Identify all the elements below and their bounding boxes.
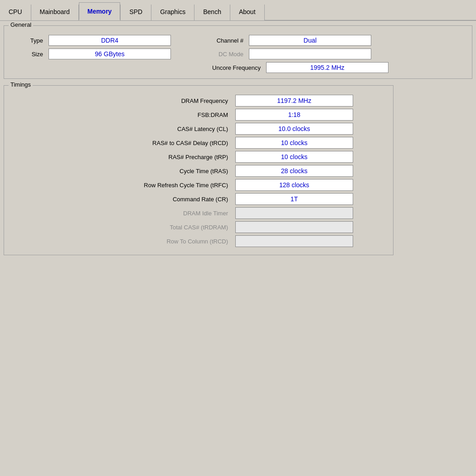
timing-value: 10 clocks: [235, 137, 353, 149]
timings-group: Timings DRAM Frequency1197.2 MHzFSB:DRAM…: [4, 85, 393, 255]
type-value: DDR4: [49, 35, 171, 46]
tab-bench[interactable]: Bench: [194, 2, 230, 20]
timing-value: 1T: [235, 193, 353, 205]
tab-bar: CPU Mainboard Memory SPD Graphics Bench …: [0, 0, 476, 21]
tab-graphics-label: Graphics: [160, 8, 185, 15]
timing-label: DRAM Frequency: [10, 97, 232, 104]
tab-memory[interactable]: Memory: [79, 2, 121, 20]
timing-row: FSB:DRAM1:18: [10, 109, 388, 121]
timing-row: Command Rate (CR)1T: [10, 193, 388, 205]
tab-about-label: About: [239, 8, 256, 15]
timing-row: Row To Column (tRCD): [10, 235, 388, 247]
timing-row: CAS# Latency (CL)10.0 clocks: [10, 123, 388, 135]
timing-label: RAS# Precharge (tRP): [10, 154, 232, 160]
timing-label: Command Rate (CR): [10, 196, 232, 203]
dc-mode-label: DC Mode: [174, 51, 246, 58]
timing-label: Row To Column (tRCD): [10, 238, 232, 245]
timing-value: 1197.2 MHz: [235, 95, 353, 107]
tab-memory-label: Memory: [87, 8, 112, 15]
content-area: General Type DDR4 Channel # Dual Size 96…: [0, 21, 476, 266]
general-group: General Type DDR4 Channel # Dual Size 96…: [4, 25, 472, 79]
timing-value: [235, 235, 353, 247]
general-title: General: [9, 21, 33, 28]
timing-value: 10.0 clocks: [235, 123, 353, 135]
timing-value: 10 clocks: [235, 151, 353, 163]
timing-value: 128 clocks: [235, 179, 353, 191]
channel-label: Channel #: [174, 37, 246, 44]
timing-label: DRAM Idle Timer: [10, 210, 232, 217]
dc-mode-value: [249, 49, 371, 59]
timing-value: 28 clocks: [235, 165, 353, 177]
timing-value: 1:18: [235, 109, 353, 121]
timing-label: Cycle Time (tRAS): [10, 168, 232, 175]
tab-graphics[interactable]: Graphics: [151, 2, 194, 20]
timing-value: [235, 221, 353, 233]
uncore-freq-label: Uncore Frequency: [173, 64, 263, 71]
size-value: 96 GBytes: [49, 49, 171, 59]
timing-label: Total CAS# (tRDRAM): [10, 224, 232, 231]
tab-cpu[interactable]: CPU: [0, 2, 31, 20]
timings-title: Timings: [9, 81, 33, 88]
tab-bench-label: Bench: [203, 8, 221, 15]
timing-row: DRAM Idle Timer: [10, 207, 388, 219]
tab-spd-label: SPD: [129, 8, 142, 15]
type-label: Type: [10, 37, 46, 44]
channel-value: Dual: [249, 35, 371, 46]
tab-mainboard-label: Mainboard: [40, 8, 70, 15]
timing-value: [235, 207, 353, 219]
timing-row: RAS# Precharge (tRP)10 clocks: [10, 151, 388, 163]
tab-sep-7: [264, 5, 265, 20]
tab-about[interactable]: About: [230, 2, 264, 20]
timing-label: FSB:DRAM: [10, 112, 232, 118]
timing-label: Row Refresh Cycle Time (tRFC): [10, 182, 232, 189]
timing-row: Total CAS# (tRDRAM): [10, 221, 388, 233]
uncore-freq-value: 1995.2 MHz: [266, 62, 389, 73]
timing-row: Cycle Time (tRAS)28 clocks: [10, 165, 388, 177]
timing-label: RAS# to CAS# Delay (tRCD): [10, 140, 232, 146]
timing-row: RAS# to CAS# Delay (tRCD)10 clocks: [10, 137, 388, 149]
size-label: Size: [10, 51, 46, 58]
timing-row: DRAM Frequency1197.2 MHz: [10, 95, 388, 107]
tab-mainboard[interactable]: Mainboard: [31, 2, 78, 20]
timing-row: Row Refresh Cycle Time (tRFC)128 clocks: [10, 179, 388, 191]
timings-table: DRAM Frequency1197.2 MHzFSB:DRAM1:18CAS#…: [10, 95, 388, 247]
tab-spd[interactable]: SPD: [121, 2, 151, 20]
timing-label: CAS# Latency (CL): [10, 126, 232, 132]
tab-cpu-label: CPU: [9, 8, 22, 15]
